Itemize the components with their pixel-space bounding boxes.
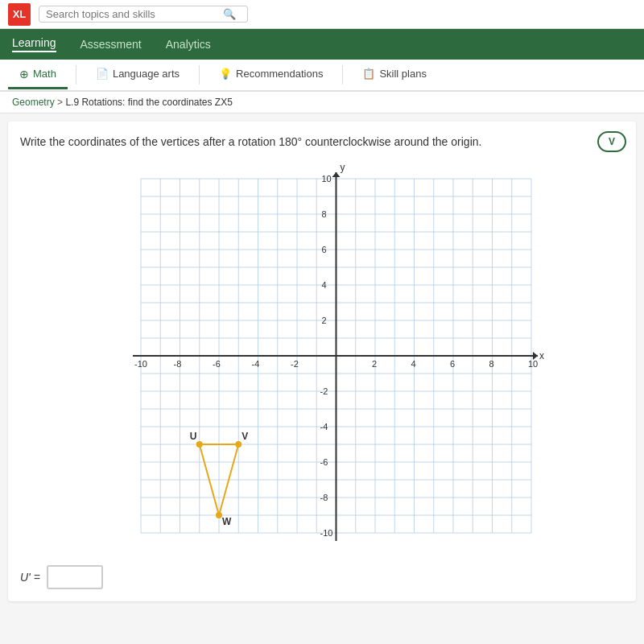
breadcrumb-separator: >	[57, 97, 65, 108]
nav-learning[interactable]: Learning	[12, 36, 56, 52]
answer-input-x[interactable]	[47, 565, 103, 589]
tab-language-arts[interactable]: 📄 Language arts	[85, 61, 191, 89]
logo: XL	[8, 3, 31, 26]
tab-rec-label: Recommendations	[236, 68, 323, 80]
video-button[interactable]: V	[597, 131, 626, 152]
nav-assessment[interactable]: Assessment	[80, 38, 142, 51]
rec-icon: 💡	[219, 68, 232, 80]
skill-icon: 📋	[362, 68, 375, 80]
sub-nav: ⊕ Math 📄 Language arts 💡 Recommendations…	[0, 60, 644, 92]
top-bar: XL 🔍	[0, 0, 644, 29]
tab-skill-label: Skill plans	[379, 68, 427, 80]
coordinate-graph	[97, 163, 547, 557]
tab-math-label: Math	[33, 68, 56, 80]
nav-divider-1	[76, 65, 76, 85]
breadcrumb: Geometry > L.9 Rotations: find the coord…	[0, 92, 644, 114]
la-icon: 📄	[96, 68, 109, 80]
math-icon: ⊕	[19, 68, 29, 80]
breadcrumb-path[interactable]: Geometry	[12, 97, 55, 108]
answer-label: U' =	[20, 571, 40, 584]
search-input[interactable]	[46, 8, 223, 20]
nav-divider-3	[342, 65, 343, 85]
nav-analytics[interactable]: Analytics	[166, 38, 211, 51]
tab-skill-plans[interactable]: 📋 Skill plans	[351, 61, 438, 89]
search-icon: 🔍	[223, 8, 236, 20]
tab-math[interactable]: ⊕ Math	[8, 61, 68, 89]
graph-container	[97, 163, 547, 557]
answer-area: U' =	[20, 565, 624, 589]
breadcrumb-current: L.9 Rotations: find the coordinates ZX5	[65, 97, 232, 108]
tab-recommendations[interactable]: 💡 Recommendations	[208, 61, 334, 89]
tab-la-label: Language arts	[113, 68, 180, 80]
graph-wrapper	[20, 163, 624, 557]
search-container[interactable]: 🔍	[39, 6, 248, 23]
main-nav: Learning Assessment Analytics	[0, 29, 644, 60]
question-text: Write the coordinates of the vertices af…	[20, 134, 624, 151]
nav-divider-2	[199, 65, 200, 85]
content-area: V Write the coordinates of the vertices …	[8, 122, 636, 601]
